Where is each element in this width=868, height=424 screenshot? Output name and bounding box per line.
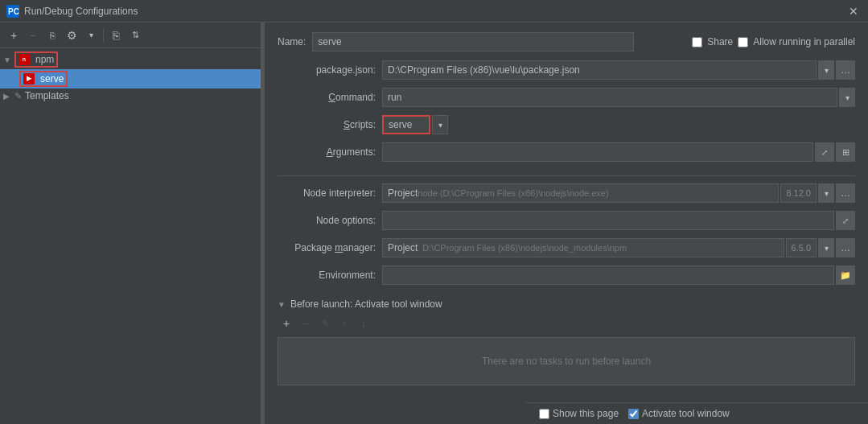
arguments-row: Arguments: ⤢ ⊞ [278, 142, 855, 163]
scripts-label-text: Scripts: [343, 119, 376, 130]
environment-row: Environment: 📁 [278, 265, 855, 286]
node-options-input-group: ⤢ [382, 211, 855, 230]
node-interpreter-label-text: Node interpreter: [303, 187, 376, 199]
top-bar: Name: Share Allow running in parallel [278, 32, 855, 51]
command-row: Command: ▾ [278, 87, 855, 108]
share-row: Share Allow running in parallel [692, 36, 855, 47]
activate-tool-label: Activate tool window [642, 408, 730, 419]
pkg-mgr-path-text: D:\CProgram Files (x86)\nodejs\node_modu… [422, 243, 627, 253]
remove-config-button[interactable]: − [24, 27, 42, 44]
bl-down-btn[interactable]: ↓ [355, 315, 372, 332]
package-manager-input-group: Project D:\CProgram Files (x86)\nodejs\n… [382, 238, 855, 257]
npm-group-label: npm [35, 54, 54, 65]
package-manager-row: Package manager: Project D:\CProgram Fil… [278, 237, 855, 258]
tree-serve-item[interactable]: ▶ serve [0, 69, 261, 89]
node-interpreter-row: Node interpreter: Project node (D:\CProg… [278, 183, 855, 204]
package-manager-label: Package manager: [278, 242, 382, 253]
tree-npm-group[interactable]: ▼ n npm [0, 50, 261, 69]
node-interpreter-more-btn[interactable]: … [836, 183, 855, 203]
show-page-label: Show this page [553, 408, 619, 419]
bl-add-btn[interactable]: + [278, 315, 295, 332]
command-label-text: Command: [328, 92, 376, 103]
tree-toolbar: + − ⎘ ⚙ ▾ ⎘ ⇅ [0, 23, 261, 48]
package-json-input-group: ▾ … [382, 60, 855, 80]
bl-up-btn[interactable]: ↑ [335, 315, 353, 332]
close-button[interactable]: ✕ [845, 4, 862, 19]
activate-tool-item: Activate tool window [628, 408, 730, 419]
bl-edit-btn[interactable]: ✎ [316, 315, 334, 332]
svg-text:PC: PC [8, 7, 19, 16]
before-launch-toolbar: + − ✎ ↑ ↓ [278, 315, 855, 332]
environment-input-group: 📁 [382, 266, 855, 285]
bl-remove-btn[interactable]: − [297, 315, 315, 332]
scripts-dropdown-btn[interactable]: ▾ [432, 115, 448, 134]
arguments-more-btn[interactable]: ⊞ [836, 142, 855, 162]
move-up-button[interactable]: ⎘ [107, 27, 125, 44]
config-tree: ▼ n npm ▶ serve ▶ ✎ Templates [0, 48, 261, 424]
command-input[interactable] [382, 88, 837, 107]
node-interpreter-input-group: Project node (D:\CProgram Files (x86)\no… [382, 183, 855, 203]
parallel-label: Allow running in parallel [753, 36, 855, 47]
package-manager-label-text: Package manager: [294, 242, 376, 253]
scripts-row: Scripts: ▾ [278, 114, 855, 135]
node-options-expand-btn[interactable]: ⤢ [836, 211, 855, 230]
name-label: Name: [278, 36, 306, 47]
pkg-mgr-project-text: Project [388, 242, 418, 253]
show-page-checkbox[interactable] [539, 409, 549, 419]
parallel-checkbox[interactable] [738, 37, 748, 47]
package-json-label: package.json: [278, 64, 382, 76]
package-manager-dropdown-btn[interactable]: ▾ [818, 238, 834, 257]
left-panel: + − ⎘ ⚙ ▾ ⎘ ⇅ ▼ [0, 23, 261, 424]
arguments-input-group: ⤢ ⊞ [382, 142, 855, 162]
settings-dropdown-button[interactable]: ▾ [82, 27, 100, 44]
settings-button[interactable]: ⚙ [63, 27, 80, 44]
expand-templates-icon: ▶ [3, 92, 14, 101]
templates-icon: ✎ [14, 91, 22, 101]
node-options-input[interactable] [382, 211, 834, 230]
package-manager-more-btn[interactable]: … [836, 238, 855, 257]
arguments-input[interactable] [382, 142, 813, 162]
before-launch-title: Before launch: Activate tool window [290, 298, 442, 310]
tree-templates-item[interactable]: ▶ ✎ Templates [0, 89, 261, 103]
package-json-more-btn[interactable]: … [836, 60, 855, 80]
copy-icon: ⎘ [50, 31, 56, 40]
toolbar-separator [103, 29, 104, 42]
node-options-row: Node options: ⤢ [278, 210, 855, 231]
title-bar-left: PC Run/Debug Configurations [6, 5, 138, 18]
scripts-input[interactable] [382, 115, 430, 134]
add-config-button[interactable]: + [5, 27, 23, 44]
package-json-input[interactable] [382, 60, 817, 80]
section-divider-1 [278, 175, 855, 176]
command-input-group: ▾ [382, 88, 855, 107]
name-input[interactable] [312, 32, 634, 51]
remove-icon: − [30, 29, 36, 42]
before-launch-header[interactable]: ▼ Before launch: Activate tool window [278, 298, 855, 310]
serve-item-box: ▶ serve [19, 71, 68, 87]
sort-button[interactable]: ⇅ [126, 27, 144, 44]
environment-folder-btn[interactable]: 📁 [836, 266, 855, 285]
add-icon: + [10, 29, 17, 42]
node-interpreter-dropdown-btn[interactable]: ▾ [818, 183, 834, 203]
package-manager-display: Project D:\CProgram Files (x86)\nodejs\n… [382, 238, 784, 257]
serve-item-label: serve [40, 73, 64, 84]
scripts-input-group: ▾ [382, 115, 855, 134]
copy-config-button[interactable]: ⎘ [43, 27, 61, 44]
share-checkbox[interactable] [692, 37, 702, 47]
show-page-item: Show this page [539, 408, 619, 419]
right-panel: Name: Share Allow running in parallel pa… [265, 23, 868, 424]
package-json-row: package.json: ▾ … [278, 60, 855, 80]
before-launch-expand-icon: ▼ [278, 300, 286, 309]
environment-input[interactable] [382, 266, 834, 285]
package-json-dropdown-btn[interactable]: ▾ [818, 60, 834, 80]
arguments-expand-btn[interactable]: ⤢ [815, 142, 834, 162]
activate-tool-checkbox[interactable] [628, 409, 639, 419]
command-dropdown-btn[interactable]: ▾ [839, 88, 855, 107]
command-label: Command: [278, 92, 382, 103]
npm-icon: n [19, 54, 30, 65]
node-interpreter-display: Project node (D:\CProgram Files (x86)\no… [382, 183, 779, 203]
node-interpreter-label: Node interpreter: [278, 187, 382, 199]
before-launch-section: ▼ Before launch: Activate tool window + … [278, 298, 855, 392]
package-json-label-text: package.json: [316, 64, 376, 76]
main-layout: + − ⎘ ⚙ ▾ ⎘ ⇅ ▼ [0, 23, 868, 424]
templates-label: Templates [25, 90, 69, 101]
